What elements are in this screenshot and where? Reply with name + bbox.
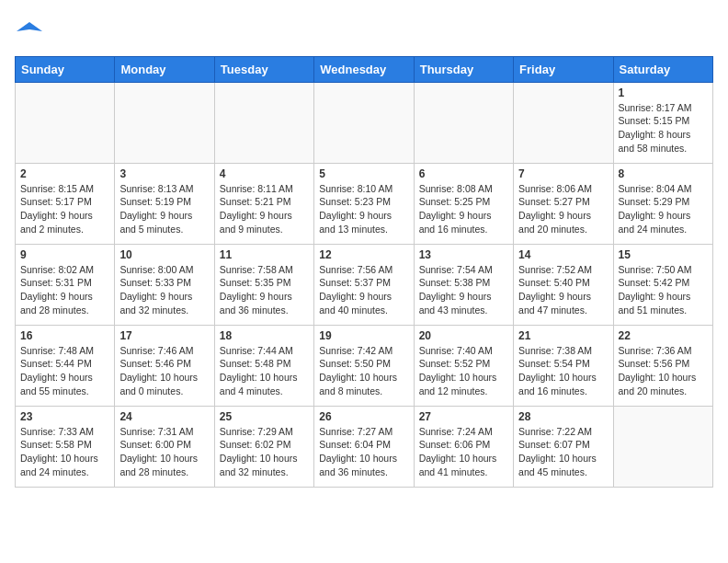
day-info: Sunrise: 7:22 AM Sunset: 6:07 PM Dayligh…	[518, 425, 608, 479]
day-number: 10	[119, 248, 209, 261]
day-number: 4	[220, 167, 309, 180]
logo	[15, 18, 42, 49]
day-info: Sunrise: 7:24 AM Sunset: 6:06 PM Dayligh…	[419, 425, 508, 479]
calendar-cell: 15Sunrise: 7:50 AM Sunset: 5:42 PM Dayli…	[613, 244, 712, 325]
day-info: Sunrise: 7:48 AM Sunset: 5:44 PM Dayligh…	[20, 344, 109, 398]
day-info: Sunrise: 7:50 AM Sunset: 5:42 PM Dayligh…	[619, 263, 708, 317]
day-info: Sunrise: 7:46 AM Sunset: 5:46 PM Dayligh…	[119, 344, 209, 398]
day-number: 27	[419, 410, 508, 423]
week-row-3: 9Sunrise: 8:02 AM Sunset: 5:31 PM Daylig…	[16, 244, 713, 325]
calendar-cell: 20Sunrise: 7:40 AM Sunset: 5:52 PM Dayli…	[414, 325, 513, 406]
day-info: Sunrise: 8:10 AM Sunset: 5:23 PM Dayligh…	[319, 182, 408, 236]
day-number: 26	[319, 410, 408, 423]
day-number: 23	[20, 410, 109, 423]
calendar-cell	[115, 82, 214, 163]
calendar-cell: 1Sunrise: 8:17 AM Sunset: 5:15 PM Daylig…	[613, 82, 712, 163]
day-number: 25	[220, 410, 309, 423]
week-row-1: 1Sunrise: 8:17 AM Sunset: 5:15 PM Daylig…	[16, 82, 713, 163]
calendar-cell: 12Sunrise: 7:56 AM Sunset: 5:37 PM Dayli…	[314, 244, 414, 325]
day-number: 12	[319, 248, 408, 261]
calendar-cell	[314, 82, 414, 163]
calendar-cell: 14Sunrise: 7:52 AM Sunset: 5:40 PM Dayli…	[514, 244, 613, 325]
weekday-header-tuesday: Tuesday	[214, 56, 313, 82]
weekday-header-friday: Friday	[514, 56, 613, 82]
day-info: Sunrise: 8:02 AM Sunset: 5:31 PM Dayligh…	[20, 263, 109, 317]
day-number: 13	[419, 248, 508, 261]
weekday-header-wednesday: Wednesday	[314, 56, 414, 82]
day-info: Sunrise: 8:08 AM Sunset: 5:25 PM Dayligh…	[419, 182, 508, 236]
calendar-cell: 2Sunrise: 8:15 AM Sunset: 5:17 PM Daylig…	[16, 163, 115, 244]
calendar-cell: 13Sunrise: 7:54 AM Sunset: 5:38 PM Dayli…	[414, 244, 513, 325]
weekday-header-row: SundayMondayTuesdayWednesdayThursdayFrid…	[16, 56, 713, 82]
weekday-header-thursday: Thursday	[414, 56, 513, 82]
day-info: Sunrise: 8:06 AM Sunset: 5:27 PM Dayligh…	[518, 182, 608, 236]
calendar-cell	[514, 82, 613, 163]
calendar-cell: 21Sunrise: 7:38 AM Sunset: 5:54 PM Dayli…	[514, 325, 613, 406]
day-info: Sunrise: 8:15 AM Sunset: 5:17 PM Dayligh…	[20, 182, 109, 236]
day-info: Sunrise: 7:27 AM Sunset: 6:04 PM Dayligh…	[319, 425, 408, 479]
calendar-cell	[16, 82, 115, 163]
calendar-cell: 26Sunrise: 7:27 AM Sunset: 6:04 PM Dayli…	[314, 406, 414, 487]
day-number: 2	[20, 167, 109, 180]
day-number: 21	[518, 329, 608, 342]
day-number: 11	[220, 248, 309, 261]
day-info: Sunrise: 7:31 AM Sunset: 6:00 PM Dayligh…	[119, 425, 209, 479]
calendar-cell: 27Sunrise: 7:24 AM Sunset: 6:06 PM Dayli…	[414, 406, 513, 487]
calendar-body: 1Sunrise: 8:17 AM Sunset: 5:15 PM Daylig…	[16, 82, 713, 487]
day-number: 28	[518, 410, 608, 423]
calendar-cell: 25Sunrise: 7:29 AM Sunset: 6:02 PM Dayli…	[214, 406, 313, 487]
svg-marker-0	[17, 22, 42, 31]
calendar-cell	[613, 406, 712, 487]
calendar-cell	[414, 82, 513, 163]
weekday-header-saturday: Saturday	[613, 56, 712, 82]
calendar-cell: 18Sunrise: 7:44 AM Sunset: 5:48 PM Dayli…	[214, 325, 313, 406]
calendar-cell: 28Sunrise: 7:22 AM Sunset: 6:07 PM Dayli…	[514, 406, 613, 487]
calendar-cell: 3Sunrise: 8:13 AM Sunset: 5:19 PM Daylig…	[115, 163, 214, 244]
day-number: 6	[419, 167, 508, 180]
day-info: Sunrise: 7:40 AM Sunset: 5:52 PM Dayligh…	[419, 344, 508, 398]
day-info: Sunrise: 7:54 AM Sunset: 5:38 PM Dayligh…	[419, 263, 508, 317]
day-number: 15	[619, 248, 708, 261]
day-info: Sunrise: 8:13 AM Sunset: 5:19 PM Dayligh…	[119, 182, 209, 236]
weekday-header-sunday: Sunday	[16, 56, 115, 82]
day-info: Sunrise: 7:42 AM Sunset: 5:50 PM Dayligh…	[319, 344, 408, 398]
calendar-cell: 16Sunrise: 7:48 AM Sunset: 5:44 PM Dayli…	[16, 325, 115, 406]
day-number: 19	[319, 329, 408, 342]
day-info: Sunrise: 7:58 AM Sunset: 5:35 PM Dayligh…	[220, 263, 309, 317]
day-number: 9	[20, 248, 109, 261]
day-info: Sunrise: 7:44 AM Sunset: 5:48 PM Dayligh…	[220, 344, 309, 398]
day-number: 7	[518, 167, 608, 180]
day-info: Sunrise: 8:00 AM Sunset: 5:33 PM Dayligh…	[119, 263, 209, 317]
calendar-cell: 24Sunrise: 7:31 AM Sunset: 6:00 PM Dayli…	[115, 406, 214, 487]
weekday-header-monday: Monday	[115, 56, 214, 82]
day-number: 22	[619, 329, 708, 342]
calendar-cell: 7Sunrise: 8:06 AM Sunset: 5:27 PM Daylig…	[514, 163, 613, 244]
day-number: 14	[518, 248, 608, 261]
day-number: 20	[419, 329, 508, 342]
day-info: Sunrise: 7:33 AM Sunset: 5:58 PM Dayligh…	[20, 425, 109, 479]
calendar-cell: 8Sunrise: 8:04 AM Sunset: 5:29 PM Daylig…	[613, 163, 712, 244]
day-info: Sunrise: 7:38 AM Sunset: 5:54 PM Dayligh…	[518, 344, 608, 398]
calendar-header: SundayMondayTuesdayWednesdayThursdayFrid…	[16, 56, 713, 82]
day-info: Sunrise: 8:04 AM Sunset: 5:29 PM Dayligh…	[619, 182, 708, 236]
calendar-cell: 22Sunrise: 7:36 AM Sunset: 5:56 PM Dayli…	[613, 325, 712, 406]
week-row-2: 2Sunrise: 8:15 AM Sunset: 5:17 PM Daylig…	[16, 163, 713, 244]
day-number: 18	[220, 329, 309, 342]
day-number: 24	[119, 410, 209, 423]
day-number: 16	[20, 329, 109, 342]
day-number: 3	[119, 167, 209, 180]
day-number: 17	[119, 329, 209, 342]
calendar-cell: 17Sunrise: 7:46 AM Sunset: 5:46 PM Dayli…	[115, 325, 214, 406]
calendar-table: SundayMondayTuesdayWednesdayThursdayFrid…	[15, 56, 713, 488]
week-row-4: 16Sunrise: 7:48 AM Sunset: 5:44 PM Dayli…	[16, 325, 713, 406]
calendar-cell: 10Sunrise: 8:00 AM Sunset: 5:33 PM Dayli…	[115, 244, 214, 325]
day-info: Sunrise: 7:52 AM Sunset: 5:40 PM Dayligh…	[518, 263, 608, 317]
day-info: Sunrise: 7:29 AM Sunset: 6:02 PM Dayligh…	[220, 425, 309, 479]
day-info: Sunrise: 7:36 AM Sunset: 5:56 PM Dayligh…	[619, 344, 708, 398]
calendar-cell: 4Sunrise: 8:11 AM Sunset: 5:21 PM Daylig…	[214, 163, 313, 244]
week-row-5: 23Sunrise: 7:33 AM Sunset: 5:58 PM Dayli…	[16, 406, 713, 487]
day-number: 5	[319, 167, 408, 180]
calendar-cell: 9Sunrise: 8:02 AM Sunset: 5:31 PM Daylig…	[16, 244, 115, 325]
day-info: Sunrise: 7:56 AM Sunset: 5:37 PM Dayligh…	[319, 263, 408, 317]
day-number: 1	[619, 86, 708, 99]
